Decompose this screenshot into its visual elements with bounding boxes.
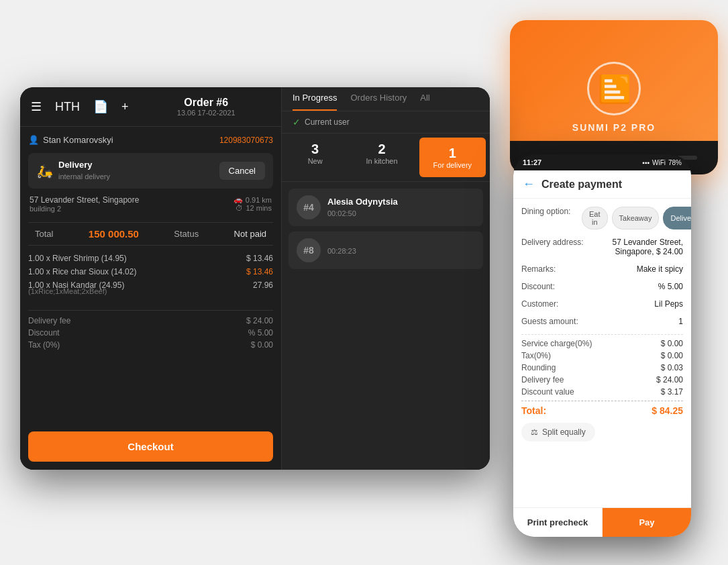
count-new[interactable]: 3 New (282, 134, 348, 181)
orders-counts: 3 New 2 In kitchen 1 For delivery (282, 134, 490, 182)
delivery-address-row: Delivery address: 57 Levander Street,Sin… (521, 238, 683, 256)
order-fees: Delivery fee $ 24.00 Discount % 5.00 Tax… (28, 310, 273, 350)
dining-label: Dining option: (521, 207, 582, 216)
phone-header: ← Create payment (513, 170, 691, 199)
dining-options: Eat in Takeaway Delivery (582, 207, 691, 229)
count-kitchen[interactable]: 2 In kitchen (348, 134, 415, 181)
address-text: 57 Levander Street, Singapore building 2 (30, 195, 139, 213)
order-card-8[interactable]: #8 00:28:23 (289, 232, 483, 269)
totals-row: Total 150 000.50 Status Not paid (28, 222, 273, 246)
tab-bar: In Progress Orders History All (282, 87, 490, 111)
phone: 11:27 ▪▪▪ WiFi 78% ← Create payment Dini… (513, 154, 691, 537)
cancel-button[interactable]: Cancel (219, 162, 265, 180)
order-cards: #4 Alesia Odynytsia 00:02:50 #8 00:28:23 (282, 182, 490, 470)
phone-body: Dining option: Eat in Takeaway Delivery … (513, 199, 691, 507)
address-meta: 🚗 0.91 km ⏱ 12 mins (233, 195, 272, 213)
remarks-row: Remarks: Make it spicy (521, 264, 683, 274)
fee-service-charge: Service charge(0%) $ 0.00 (521, 339, 683, 348)
order-avatar: #4 (297, 195, 321, 219)
contactless-icon: 📶 (587, 62, 641, 115)
current-user-bar: ✓ Current user (282, 111, 490, 134)
dining-option-row: Dining option: Eat in Takeaway Delivery (521, 207, 683, 229)
takeaway-option[interactable]: Takeaway (612, 207, 660, 229)
tablet: ☰ HTH 📄 + Order #6 13.06 17-02-2021 👤 St… (20, 87, 490, 470)
total-value: $ 84.25 (652, 405, 683, 416)
distance: 🚗 0.91 km (233, 195, 272, 204)
customer-row: 👤 Stan Komarovskyi 120983070673 (28, 135, 273, 145)
phone-status-icons: ▪▪▪ WiFi 78% (642, 159, 682, 166)
delivery-row: 🛵 Delivery internal delivery Cancel (28, 153, 273, 189)
split-equally-button[interactable]: ⚖ Split equally (521, 423, 595, 442)
pay-button[interactable]: Pay (603, 508, 691, 537)
battery-icon: 78% (668, 159, 682, 166)
delivery-info: 🛵 Delivery internal delivery (36, 160, 110, 182)
order-number: Order #6 (142, 97, 270, 109)
fee-row-discount: Discount % 5.00 (28, 328, 273, 338)
back-button[interactable]: ← (523, 177, 535, 191)
order-item: 1.00 x Rice char Sioux (14.02) $ 13.46 (28, 267, 273, 276)
check-icon: ✓ (293, 117, 301, 127)
delivery-option[interactable]: Delivery (663, 207, 691, 229)
fee-rounding: Rounding $ 0.03 (521, 363, 683, 372)
fee-row-delivery: Delivery fee $ 24.00 (28, 316, 273, 325)
order-avatar: #8 (297, 238, 321, 262)
delivery-address-label: Delivery address: (521, 238, 584, 247)
order-date: 13.06 17-02-2021 (142, 109, 270, 117)
current-user-label: Current user (305, 117, 350, 127)
time: ⏱ 12 mins (233, 204, 272, 212)
checkout-button[interactable]: Checkout (28, 431, 273, 462)
phone-status-bar: 11:27 ▪▪▪ WiFi 78% (513, 154, 691, 170)
total-label: Total: (521, 405, 546, 416)
phone-footer: Print precheck Pay (513, 507, 691, 537)
print-precheck-button[interactable]: Print precheck (513, 508, 603, 537)
customer-value: Lil Peps (582, 299, 683, 309)
doc-icon[interactable]: 📄 (93, 99, 108, 114)
address-row: 57 Levander Street, Singapore building 2… (28, 195, 273, 213)
total-row: Total: $ 84.25 (521, 405, 683, 416)
logo-label: HTH (55, 100, 80, 114)
signal-icon: ▪▪▪ (642, 159, 649, 166)
delivery-address-value: 57 Levander Street,Singapore, $ 24.00 (584, 238, 683, 256)
wifi-icon: WiFi (652, 159, 666, 166)
tablet-left-content: 👤 Stan Komarovskyi 120983070673 🛵 Delive… (20, 127, 281, 431)
tab-all[interactable]: All (420, 93, 429, 111)
fee-delivery: Delivery fee $ 24.00 (521, 375, 683, 384)
page-title: Create payment (541, 178, 622, 191)
tablet-header: ☰ HTH 📄 + Order #6 13.06 17-02-2021 (20, 87, 281, 127)
count-delivery[interactable]: 1 For delivery (419, 138, 486, 177)
customer-name: 👤 Stan Komarovskyi (28, 135, 113, 145)
eat-in-option[interactable]: Eat in (582, 207, 608, 229)
menu-icon[interactable]: ☰ (31, 99, 42, 114)
customer-row: Customer: Lil Peps (521, 299, 683, 309)
customer-phone[interactable]: 120983070673 (219, 136, 273, 145)
tablet-left-panel: ☰ HTH 📄 + Order #6 13.06 17-02-2021 👤 St… (20, 87, 282, 470)
order-card-info: 00:28:23 (327, 244, 356, 256)
order-card-4[interactable]: #4 Alesia Odynytsia 00:02:50 (289, 189, 483, 226)
guests-value: 1 (582, 317, 683, 326)
remarks-value: Make it spicy (582, 264, 683, 274)
remarks-label: Remarks: (521, 264, 582, 274)
total-divider (521, 401, 683, 401)
phone-time: 11:27 (523, 158, 541, 166)
order-items: 1.00 x River Shrimp (14.95) $ 13.46 1.00… (28, 252, 273, 303)
delivery-text: Delivery internal delivery (58, 160, 110, 182)
discount-row: Discount: % 5.00 (521, 282, 683, 291)
delivery-icon: 🛵 (36, 163, 53, 179)
fee-discount-value: Discount value $ 3.17 (521, 387, 683, 397)
card-reader: 📶 SUNMI P2 PRO (510, 20, 718, 174)
tab-in-progress[interactable]: In Progress (293, 93, 337, 111)
add-icon[interactable]: + (121, 100, 129, 114)
guests-row: Guests amount: 1 (521, 317, 683, 326)
brand-label: SUNMI P2 PRO (572, 122, 656, 133)
split-icon: ⚖ (531, 427, 538, 437)
person-icon: 👤 (28, 135, 39, 145)
discount-value: % 5.00 (582, 282, 683, 291)
customer-label: Customer: (521, 299, 582, 309)
order-item: 1.00 x River Shrimp (14.95) $ 13.46 (28, 254, 273, 263)
order-item: 1.00 x Nasi Kandar (24.95) (1xRice;1xMea… (28, 280, 273, 298)
discount-label: Discount: (521, 282, 582, 291)
tablet-right-panel: In Progress Orders History All ✓ Current… (282, 87, 490, 470)
fee-tax: Tax(0%) $ 0.00 (521, 351, 683, 360)
order-title: Order #6 13.06 17-02-2021 (142, 97, 270, 117)
tab-orders-history[interactable]: Orders History (350, 93, 407, 111)
